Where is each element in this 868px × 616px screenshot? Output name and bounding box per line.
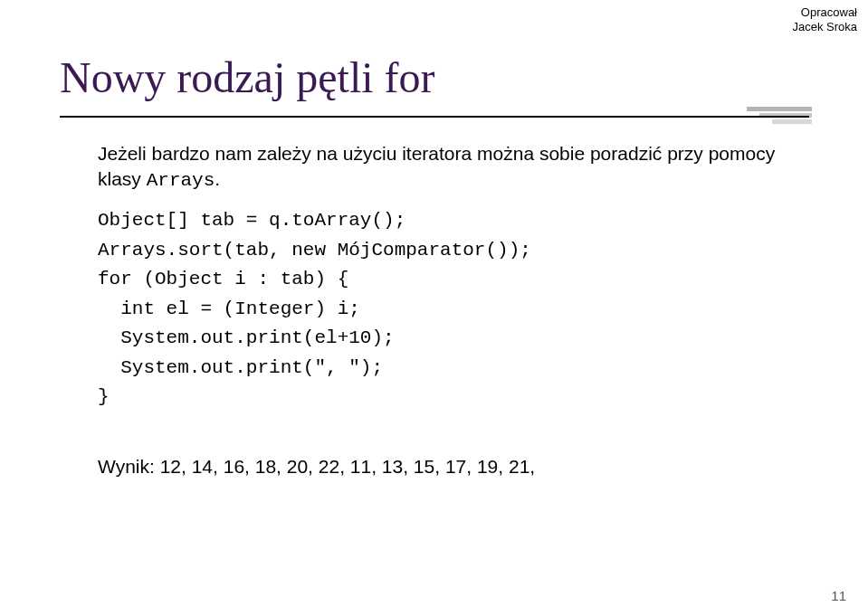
page-number: 11 (831, 588, 846, 603)
intro-inline-code: Arrays (147, 170, 215, 191)
result-text: Wynik: 12, 14, 16, 18, 20, 22, 11, 13, 1… (98, 456, 535, 478)
attribution: Opracował Jacek Sroka (792, 5, 857, 35)
code-line-5: System.out.print(el+10); (98, 327, 395, 348)
attribution-line1: Opracował (792, 5, 857, 20)
decorative-bar (772, 119, 812, 124)
slide-title: Nowy rodzaj pętli for (60, 52, 435, 102)
code-line-1: Object[] tab = q.toArray(); (98, 210, 405, 231)
code-line-7: } (98, 386, 110, 407)
code-block: Object[] tab = q.toArray(); Arrays.sort(… (98, 206, 531, 412)
intro-part2: . (215, 168, 220, 189)
decorative-bar (747, 107, 812, 111)
attribution-line2: Jacek Sroka (792, 20, 857, 34)
code-line-4: int el = (Integer) i; (98, 299, 360, 319)
code-line-2: Arrays.sort(tab, new MójComparator()); (98, 240, 531, 261)
intro-text: Jeżeli bardzo nam zależy na użyciu itera… (98, 141, 786, 194)
code-line-3: for (Object i : tab) { (98, 269, 348, 289)
title-underline (60, 116, 809, 118)
code-line-6: System.out.print(", "); (98, 357, 383, 378)
